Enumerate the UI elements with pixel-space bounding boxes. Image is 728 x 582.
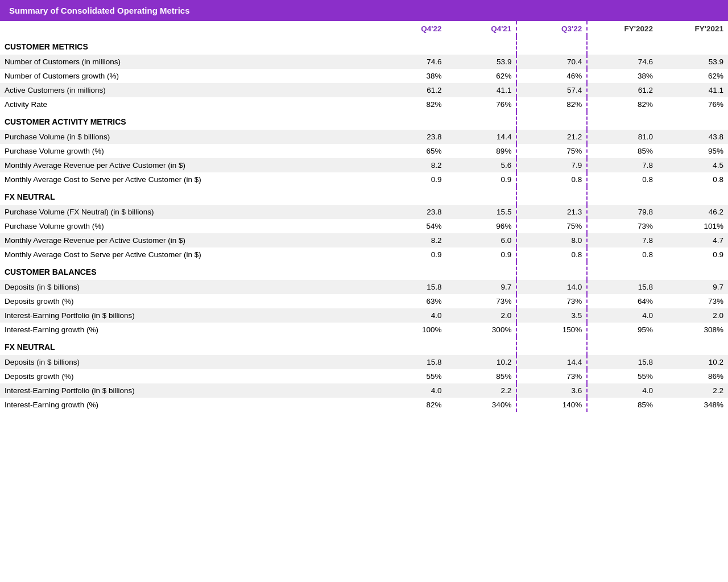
row-fy2022: 7.8 bbox=[587, 233, 657, 247]
section-header-customer-metrics: CUSTOMER METRICS bbox=[0, 36, 728, 55]
row-q421: 6.0 bbox=[446, 233, 517, 247]
table-row: Activity Rate 82% 76% 82% 82% 76% bbox=[0, 97, 728, 112]
table-row: Number of Customers growth (%) 38% 62% 4… bbox=[0, 69, 728, 83]
row-fy2022: 0.8 bbox=[587, 247, 657, 262]
row-q421: 76% bbox=[446, 97, 517, 112]
row-q322: 150% bbox=[516, 323, 587, 337]
section-title: FX NEUTRAL bbox=[0, 187, 376, 205]
row-q422: 15.8 bbox=[376, 280, 446, 294]
row-q422: 61.2 bbox=[376, 83, 446, 97]
row-q422: 54% bbox=[376, 219, 446, 233]
main-container: Summary of Consolidated Operating Metric… bbox=[0, 0, 728, 412]
row-fy2021: 0.8 bbox=[657, 172, 728, 187]
row-q421: 73% bbox=[446, 294, 517, 308]
row-fy2021: 2.2 bbox=[657, 383, 728, 398]
row-label: Monthly Average Cost to Serve per Active… bbox=[0, 247, 376, 262]
table-row: Purchase Volume growth (%) 65% 89% 75% 8… bbox=[0, 144, 728, 158]
section-header-customer-balances: CUSTOMER BALANCES bbox=[0, 262, 728, 280]
row-fy2022: 82% bbox=[587, 97, 657, 112]
row-q422: 74.6 bbox=[376, 55, 446, 69]
row-label: Purchase Volume growth (%) bbox=[0, 144, 376, 158]
row-q421: 15.5 bbox=[446, 205, 517, 219]
row-fy2021: 43.8 bbox=[657, 130, 728, 144]
row-label: Active Customers (in millions) bbox=[0, 83, 376, 97]
row-q322: 7.9 bbox=[516, 158, 587, 172]
row-q421: 89% bbox=[446, 144, 517, 158]
row-q322: 70.4 bbox=[516, 55, 587, 69]
table-row: Deposits (in $ billions) 15.8 10.2 14.4 … bbox=[0, 355, 728, 369]
metrics-table: Q4'22 Q4'21 Q3'22 FY'2022 FY'2021 CUSTOM… bbox=[0, 21, 728, 412]
row-q322: 21.3 bbox=[516, 205, 587, 219]
col-header-fy2021: FY'2021 bbox=[657, 21, 728, 36]
table-row: Monthly Average Revenue per Active Custo… bbox=[0, 233, 728, 247]
row-q421: 53.9 bbox=[446, 55, 517, 69]
section-header-customer-activity-metrics: CUSTOMER ACTIVITY METRICS bbox=[0, 112, 728, 130]
row-q421: 5.6 bbox=[446, 158, 517, 172]
row-q422: 65% bbox=[376, 144, 446, 158]
table-row: Interest-Earning growth (%) 82% 340% 140… bbox=[0, 398, 728, 412]
row-fy2022: 61.2 bbox=[587, 83, 657, 97]
row-q421: 300% bbox=[446, 323, 517, 337]
row-fy2021: 53.9 bbox=[657, 55, 728, 69]
row-q322: 140% bbox=[516, 398, 587, 412]
table-row: Monthly Average Cost to Serve per Active… bbox=[0, 247, 728, 262]
row-fy2022: 7.8 bbox=[587, 158, 657, 172]
section-title: CUSTOMER ACTIVITY METRICS bbox=[0, 112, 376, 130]
row-q422: 38% bbox=[376, 69, 446, 83]
row-fy2022: 85% bbox=[587, 398, 657, 412]
row-fy2021: 62% bbox=[657, 69, 728, 83]
table-row: Purchase Volume growth (%) 54% 96% 75% 7… bbox=[0, 219, 728, 233]
row-fy2021: 0.9 bbox=[657, 247, 728, 262]
section-title: CUSTOMER BALANCES bbox=[0, 262, 376, 280]
col-header-q422: Q4'22 bbox=[376, 21, 446, 36]
row-q322: 21.2 bbox=[516, 130, 587, 144]
row-q422: 55% bbox=[376, 369, 446, 383]
row-fy2022: 15.8 bbox=[587, 355, 657, 369]
row-q421: 0.9 bbox=[446, 247, 517, 262]
table-row: Interest-Earning growth (%) 100% 300% 15… bbox=[0, 323, 728, 337]
row-fy2022: 15.8 bbox=[587, 280, 657, 294]
table-row: Deposits growth (%) 63% 73% 73% 64% 73% bbox=[0, 294, 728, 308]
row-fy2021: 4.5 bbox=[657, 158, 728, 172]
row-fy2021: 308% bbox=[657, 323, 728, 337]
row-q322: 75% bbox=[516, 144, 587, 158]
row-label: Monthly Average Revenue per Active Custo… bbox=[0, 233, 376, 247]
row-label: Purchase Volume growth (%) bbox=[0, 219, 376, 233]
row-fy2021: 2.0 bbox=[657, 308, 728, 323]
row-q322: 73% bbox=[516, 294, 587, 308]
row-fy2021: 76% bbox=[657, 97, 728, 112]
row-q322: 57.4 bbox=[516, 83, 587, 97]
column-headers: Q4'22 Q4'21 Q3'22 FY'2022 FY'2021 bbox=[0, 21, 728, 36]
row-q421: 10.2 bbox=[446, 355, 517, 369]
row-fy2022: 0.8 bbox=[587, 172, 657, 187]
row-q322: 8.0 bbox=[516, 233, 587, 247]
row-fy2021: 41.1 bbox=[657, 83, 728, 97]
row-q422: 23.8 bbox=[376, 205, 446, 219]
row-fy2022: 38% bbox=[587, 69, 657, 83]
row-fy2022: 73% bbox=[587, 219, 657, 233]
row-q422: 15.8 bbox=[376, 355, 446, 369]
row-q322: 14.0 bbox=[516, 280, 587, 294]
table-row: Purchase Volume (in $ billions) 23.8 14.… bbox=[0, 130, 728, 144]
row-q422: 4.0 bbox=[376, 308, 446, 323]
row-q322: 82% bbox=[516, 97, 587, 112]
page-title: Summary of Consolidated Operating Metric… bbox=[9, 6, 190, 15]
row-fy2022: 85% bbox=[587, 144, 657, 158]
row-label: Number of Customers (in millions) bbox=[0, 55, 376, 69]
table-row: Monthly Average Cost to Serve per Active… bbox=[0, 172, 728, 187]
row-fy2021: 101% bbox=[657, 219, 728, 233]
table-row: Number of Customers (in millions) 74.6 5… bbox=[0, 55, 728, 69]
row-label: Interest-Earning growth (%) bbox=[0, 323, 376, 337]
row-fy2022: 81.0 bbox=[587, 130, 657, 144]
row-q421: 340% bbox=[446, 398, 517, 412]
row-q421: 41.1 bbox=[446, 83, 517, 97]
row-q421: 2.0 bbox=[446, 308, 517, 323]
row-label: Deposits growth (%) bbox=[0, 369, 376, 383]
row-q322: 14.4 bbox=[516, 355, 587, 369]
table-row: Interest-Earning Portfolio (in $ billion… bbox=[0, 308, 728, 323]
row-q421: 2.2 bbox=[446, 383, 517, 398]
row-q322: 46% bbox=[516, 69, 587, 83]
row-q322: 3.5 bbox=[516, 308, 587, 323]
row-fy2021: 9.7 bbox=[657, 280, 728, 294]
row-label: Monthly Average Cost to Serve per Active… bbox=[0, 172, 376, 187]
